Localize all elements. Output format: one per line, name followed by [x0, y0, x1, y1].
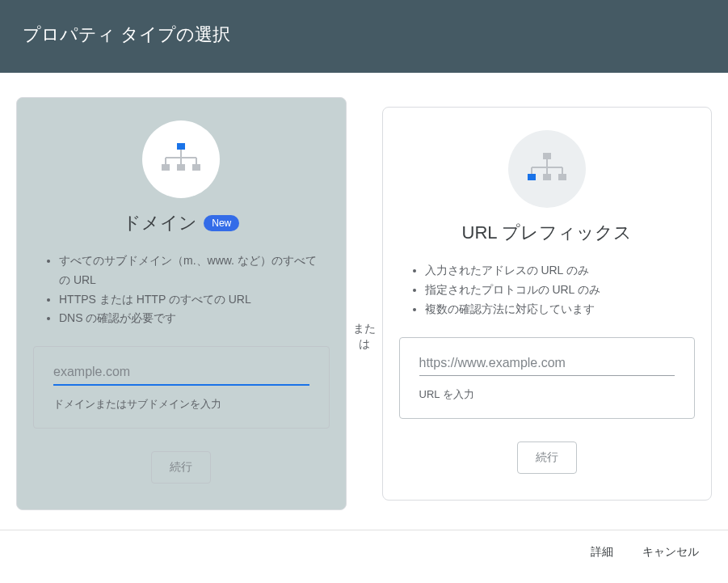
- domain-icon-circle: [142, 120, 220, 198]
- domain-card[interactable]: ドメイン New すべてのサブドメイン（m.、www. など）のすべての URL…: [16, 97, 347, 510]
- url-prefix-card[interactable]: URL プレフィックス 入力されたアドレスの URL のみ 指定されたプロトコル…: [382, 107, 713, 500]
- svg-rect-17: [558, 174, 566, 180]
- list-item: 指定されたプロトコルの URL のみ: [425, 281, 688, 300]
- domain-helper: ドメインまたはサブドメインを入力: [53, 397, 309, 412]
- url-title-row: URL プレフィックス: [462, 221, 632, 245]
- url-icon-circle: [508, 130, 586, 208]
- svg-rect-16: [543, 174, 551, 180]
- url-input-block: URL を入力: [399, 337, 696, 419]
- list-item: DNS の確認が必要です: [59, 309, 322, 328]
- new-badge: New: [204, 215, 239, 231]
- domain-continue-button[interactable]: 続行: [151, 451, 211, 484]
- sitemap-icon: [526, 153, 568, 185]
- dialog-content: ドメイン New すべてのサブドメイン（m.、www. など）のすべての URL…: [0, 73, 728, 530]
- svg-rect-15: [528, 174, 536, 180]
- url-bullets: 入力されたアドレスの URL のみ 指定されたプロトコルの URL のみ 複数の…: [399, 261, 696, 336]
- sitemap-icon: [160, 143, 202, 175]
- svg-rect-6: [162, 164, 170, 171]
- svg-rect-7: [177, 164, 185, 171]
- card-separator: または: [353, 321, 376, 350]
- dialog-footer: 詳細 キャンセル: [0, 530, 728, 571]
- details-link[interactable]: 詳細: [591, 545, 613, 560]
- dialog-header: プロパティ タイプの選択: [0, 0, 728, 73]
- list-item: 複数の確認方法に対応しています: [425, 300, 688, 319]
- list-item: HTTPS または HTTP のすべての URL: [59, 290, 322, 310]
- dialog-title: プロパティ タイプの選択: [23, 24, 230, 44]
- domain-input-block: ドメインまたはサブドメインを入力: [33, 346, 330, 429]
- domain-title-row: ドメイン New: [123, 211, 239, 235]
- svg-rect-9: [543, 153, 551, 159]
- url-input[interactable]: [419, 353, 675, 376]
- list-item: すべてのサブドメイン（m.、www. など）のすべての URL: [59, 251, 322, 290]
- list-item: 入力されたアドレスの URL のみ: [425, 261, 688, 281]
- url-helper: URL を入力: [419, 387, 675, 402]
- cancel-button[interactable]: キャンセル: [642, 545, 699, 560]
- svg-rect-8: [192, 164, 200, 171]
- domain-title: ドメイン: [123, 211, 197, 235]
- svg-rect-0: [177, 143, 185, 150]
- domain-bullets: すべてのサブドメイン（m.、www. など）のすべての URL HTTPS また…: [33, 251, 330, 346]
- url-continue-button[interactable]: 続行: [517, 441, 577, 474]
- domain-input[interactable]: [53, 361, 309, 386]
- url-title: URL プレフィックス: [462, 221, 632, 245]
